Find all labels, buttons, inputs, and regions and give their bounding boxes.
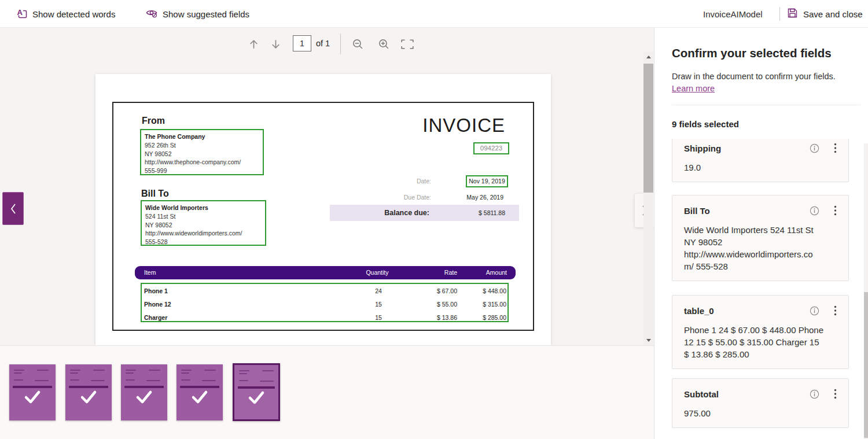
thumbnail-preview — [70, 379, 79, 381]
panel-description: Draw in the document to confirm your fie… — [672, 71, 852, 95]
cell-rate: $ 67.00 — [419, 285, 457, 297]
field-box-bill-to[interactable]: Wide World Importers 524 11st St NY 9805… — [141, 200, 266, 246]
thumbnail-5-selected[interactable] — [233, 363, 280, 421]
thumbnail-preview — [239, 380, 248, 381]
cell-quantity: 24 — [361, 285, 396, 297]
more-options-icon[interactable] — [829, 388, 841, 400]
thumbnail-4[interactable] — [176, 364, 223, 420]
thumbnail-preview — [70, 372, 78, 374]
thumbnail-preview — [91, 380, 105, 381]
thumbnail-preview — [202, 380, 216, 381]
thumbnail-2[interactable] — [65, 364, 112, 420]
bill-to-line: 555-528 — [145, 238, 262, 246]
scroll-down-button[interactable] — [643, 335, 653, 345]
previous-document-button[interactable] — [2, 192, 24, 225]
from-line: 555-999 — [145, 167, 259, 175]
save-and-close-button[interactable]: Save and close — [787, 0, 863, 28]
previous-page-button[interactable] — [243, 34, 264, 54]
cell-quantity: 15 — [361, 298, 396, 311]
panel-scrollbar[interactable] — [864, 143, 868, 439]
field-box-date[interactable]: Nov 19, 2019 — [466, 175, 508, 187]
column-header-rate: Rate — [419, 266, 457, 279]
thumbnail-preview — [181, 370, 192, 371]
info-icon[interactable] — [808, 304, 821, 317]
cell-rate: $ 13.86 — [419, 311, 457, 324]
show-suggested-fields-button[interactable]: Show suggested fields — [146, 0, 249, 28]
thumbnail-1[interactable] — [9, 364, 56, 420]
cell-amount: $ 448.00 — [465, 285, 506, 297]
field-box-invoice-number[interactable]: 094223 — [473, 142, 509, 154]
triangle-down-icon — [646, 339, 651, 342]
thumbnail-preview — [69, 386, 108, 388]
field-card-table-0[interactable]: table_0 Phone 1 24 $ 67.00 $ 448.00 Phon… — [672, 295, 849, 369]
invoice-title: INVOICE — [370, 115, 505, 137]
thumbnail-preview — [260, 381, 274, 382]
zoom-in-button[interactable] — [373, 34, 394, 54]
more-options-icon[interactable] — [829, 304, 841, 317]
field-value: Wide World Importers 524 11st St NY 9805… — [684, 224, 837, 272]
cell-rate: $ 55.00 — [419, 298, 457, 311]
zoom-out-button[interactable] — [347, 34, 368, 54]
info-icon[interactable] — [808, 388, 821, 400]
from-line: NY 98052 — [145, 150, 259, 158]
date-label: Date: — [347, 178, 431, 185]
cell-amount: $ 315.00 — [465, 298, 506, 311]
thumbnail-preview — [126, 379, 135, 381]
detected-words-icon: A — [16, 8, 27, 20]
panel-scrollbar-thumb[interactable] — [864, 292, 868, 438]
scroll-up-button[interactable] — [643, 52, 653, 62]
fit-to-page-button[interactable] — [397, 34, 418, 54]
thumbnail-preview — [13, 386, 52, 388]
panel-divider — [672, 105, 860, 105]
balance-due-value: $ 5811.88 — [461, 205, 505, 221]
table-row: Charger 15 $ 13.86 $ 285.00 — [142, 311, 507, 324]
info-icon[interactable] — [808, 142, 821, 154]
thumbnail-preview — [124, 386, 164, 388]
due-date-value: May 26, 2019 — [451, 194, 503, 201]
from-line: http://www.thephone-company.com/ — [145, 158, 259, 167]
field-box-table[interactable]: Phone 1 24 $ 67.00 $ 448.00 Phone 12 15 … — [141, 283, 509, 322]
scrollbar-thumb[interactable] — [643, 64, 653, 193]
field-card-shipping[interactable]: Shipping 19.0 — [672, 139, 849, 182]
check-icon — [190, 390, 209, 405]
panel-description-text: Draw in the document to confirm your fie… — [672, 72, 836, 81]
page-number-input[interactable] — [293, 35, 311, 51]
bill-to-line: NY 98052 — [145, 221, 262, 230]
model-name-label: InvoiceAIModel — [703, 0, 763, 28]
more-options-icon[interactable] — [829, 204, 841, 217]
check-icon — [134, 390, 154, 405]
bill-to-line: 524 11st St — [145, 212, 262, 221]
thumbnail-preview — [238, 386, 275, 389]
more-options-icon[interactable] — [829, 142, 841, 154]
balance-due-label: Balance due: — [341, 205, 429, 221]
panel-title: Confirm your selected fields — [672, 46, 832, 60]
learn-more-link[interactable]: Learn more — [672, 84, 715, 93]
field-card-subtotal[interactable]: Subtotal 975.00 — [672, 378, 849, 428]
document-scrollbar[interactable] — [643, 52, 653, 345]
info-icon[interactable] — [808, 204, 821, 217]
show-detected-words-button[interactable]: A Show detected words — [16, 0, 115, 28]
toolbar-divider — [340, 34, 341, 54]
fields-selected-count: 9 fields selected — [672, 119, 739, 129]
invoice-page: From The Phone Company 952 26th St NY 98… — [95, 74, 551, 345]
top-toolbar: A Show detected words Show suggested fie… — [0, 0, 868, 28]
field-card-bill-to[interactable]: Bill To Wide World Importers 524 11st St… — [672, 195, 849, 281]
due-date-label: Due Date: — [347, 194, 431, 201]
bill-to-line: Wide World Importers — [145, 204, 262, 212]
thumbnail-preview — [93, 370, 105, 371]
field-box-from[interactable]: The Phone Company 952 26th St NY 98052 h… — [140, 129, 264, 175]
eye-off-icon — [146, 8, 157, 20]
thumbnail-3[interactable] — [121, 364, 167, 420]
triangle-up-icon — [646, 56, 651, 58]
thumbnail-preview — [180, 386, 219, 388]
thumbnail-preview — [126, 372, 134, 374]
save-and-close-label: Save and close — [803, 9, 863, 19]
thumbnail-preview — [181, 372, 189, 374]
thumbnail-preview — [14, 370, 24, 371]
field-value: 975.00 — [684, 407, 837, 419]
thumbnail-preview — [262, 370, 274, 371]
table-row: Phone 1 24 $ 67.00 $ 448.00 — [142, 285, 507, 297]
cell-item: Charger — [144, 311, 167, 324]
invoice-number: 094223 — [475, 143, 508, 153]
next-page-button[interactable] — [265, 34, 286, 54]
